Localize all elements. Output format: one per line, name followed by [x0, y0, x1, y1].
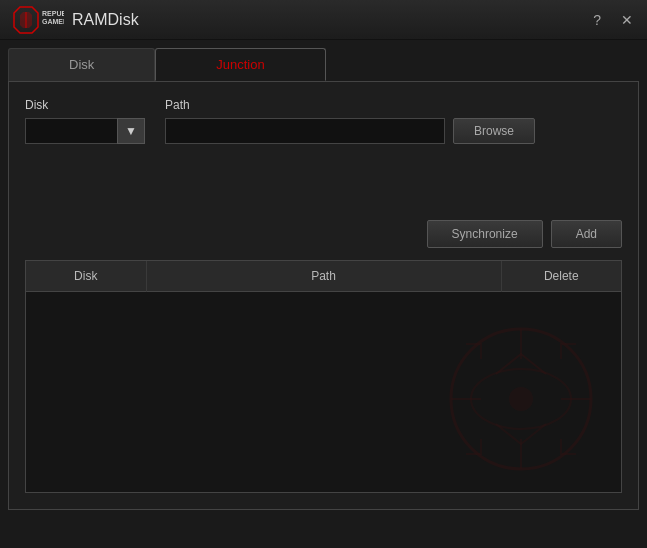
window-controls: ? ✕ — [587, 11, 639, 29]
col-header-disk: Disk — [26, 261, 146, 292]
browse-button[interactable]: Browse — [453, 118, 535, 144]
title-bar: REPUBLIC OF GAMERS RAMDisk ? ✕ — [0, 0, 647, 40]
main-panel: Disk ▼ Path Browse Synchronize Add — [8, 81, 639, 510]
junction-table: Disk Path Delete — [26, 261, 621, 292]
col-header-path: Path — [146, 261, 501, 292]
svg-text:GAMERS: GAMERS — [42, 18, 64, 25]
disk-label: Disk — [25, 98, 145, 112]
synchronize-button[interactable]: Synchronize — [427, 220, 543, 248]
path-group: Path Browse — [165, 98, 535, 144]
svg-text:REPUBLIC OF: REPUBLIC OF — [42, 10, 64, 17]
app-title: RAMDisk — [72, 11, 139, 29]
table-body — [26, 292, 621, 492]
add-button[interactable]: Add — [551, 220, 622, 248]
close-button[interactable]: ✕ — [615, 11, 639, 29]
tab-disk[interactable]: Disk — [8, 48, 155, 81]
disk-select-container: ▼ — [25, 118, 145, 144]
form-section: Disk ▼ Path Browse — [25, 98, 622, 144]
disk-group: Disk ▼ — [25, 98, 145, 144]
rog-logo-icon: REPUBLIC OF GAMERS — [10, 5, 64, 35]
path-label: Path — [165, 98, 535, 112]
path-input[interactable] — [165, 118, 445, 144]
form-spacer — [25, 160, 622, 220]
col-header-delete: Delete — [501, 261, 621, 292]
tab-junction[interactable]: Junction — [155, 48, 325, 81]
app-logo: REPUBLIC OF GAMERS — [10, 5, 64, 35]
disk-select[interactable] — [25, 118, 145, 144]
svg-point-7 — [509, 387, 533, 411]
data-table-container: Disk Path Delete — [25, 260, 622, 493]
path-row: Browse — [165, 118, 535, 144]
table-header-row: Disk Path Delete — [26, 261, 621, 292]
help-button[interactable]: ? — [587, 11, 607, 29]
tab-bar: Disk Junction — [0, 40, 647, 81]
action-buttons: Synchronize Add — [25, 220, 622, 248]
rog-watermark — [441, 319, 601, 482]
